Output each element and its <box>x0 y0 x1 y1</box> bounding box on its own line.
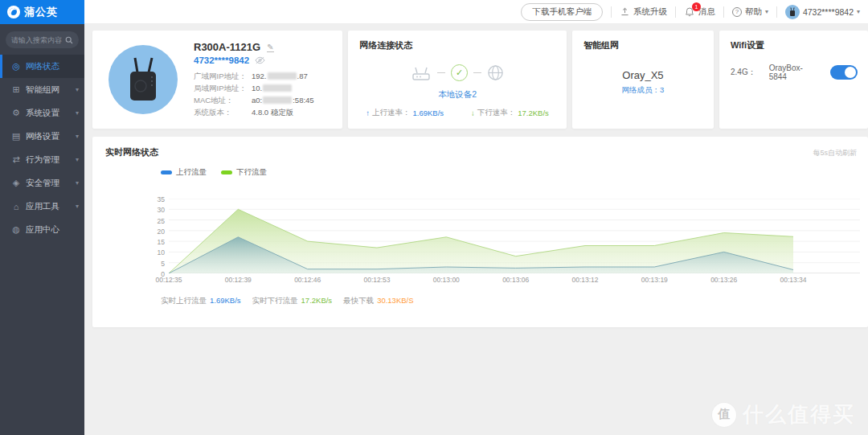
x-tick: 00:12:53 <box>363 276 390 284</box>
divider <box>776 6 777 18</box>
network-settings-icon: ▤ <box>11 131 21 142</box>
brand-logo: 蒲公英 <box>0 0 84 24</box>
account-menu[interactable]: 4732****9842 ▾ <box>785 5 860 19</box>
x-tick: 00:13:26 <box>710 276 737 284</box>
y-tick: 25 <box>141 217 165 225</box>
messages-button[interactable]: 1 消息 <box>684 6 715 18</box>
sidebar-item-behavior-mgmt[interactable]: ⇄ 行为管理 ▾ <box>0 148 84 171</box>
x-tick: 00:13:19 <box>641 276 668 284</box>
sidebar-item-app-center[interactable]: ◍ 应用中心 <box>0 218 84 241</box>
wifi-ssid: OrayBox-5844 <box>769 64 803 81</box>
chevron-down-icon: ▾ <box>76 133 79 140</box>
download-app-button[interactable]: 下载手机客户端 <box>521 3 603 21</box>
y-tick: 15 <box>141 238 165 246</box>
mesh-network-name: Oray_X5 <box>583 69 702 81</box>
router-icon <box>411 65 432 81</box>
legend-item: 上行流量 <box>161 167 207 178</box>
x-tick: 00:13:12 <box>571 276 598 284</box>
arrow-up-icon: ↑ <box>366 109 370 117</box>
sidebar-item-label: 安全管理 <box>26 178 59 189</box>
wifi-card-title: Wifi设置 <box>731 39 857 51</box>
app-tools-icon: ⌂ <box>11 202 21 211</box>
sidebar-item-label: 网络设置 <box>26 131 59 142</box>
x-tick: 00:13:00 <box>433 276 460 284</box>
divider <box>675 6 676 18</box>
sidebar-item-network-status[interactable]: ◎ 网络状态 <box>0 55 84 78</box>
sidebar-item-security-mgmt[interactable]: ◈ 安全管理 ▾ <box>0 171 84 195</box>
legend-swatch <box>161 170 172 174</box>
help-menu[interactable]: ? 帮助 ▾ <box>732 6 768 18</box>
redacted-value <box>263 96 292 104</box>
watermark: 值 什么值得买 <box>712 400 855 429</box>
auto-refresh-note: 每5s自动刷新 <box>813 148 857 158</box>
speed-row: ↑ 上行速率： 1.69KB/s ↓ 下行速率： 17.2KB/s <box>348 108 567 118</box>
sidebar-item-system-settings[interactable]: ⚙ 系统设置 ▾ <box>0 101 84 125</box>
edit-icon[interactable]: ✎ <box>267 43 273 52</box>
legend-item: 下行流量 <box>221 167 267 178</box>
message-count-badge: 1 <box>692 2 701 11</box>
device-detail-row: 系统版本： 4.8.0 稳定版 <box>194 106 314 118</box>
watermark-text: 什么值得买 <box>743 400 855 429</box>
upgrade-icon <box>620 6 630 17</box>
arrow-down-icon: ↓ <box>471 109 475 117</box>
connector-line <box>473 72 481 73</box>
chart-title: 实时网络状态 <box>105 146 158 158</box>
x-tick: 00:13:06 <box>502 276 529 284</box>
chevron-down-icon: ▾ <box>76 179 79 187</box>
eye-off-icon[interactable] <box>255 56 265 64</box>
mesh-members-link[interactable]: 网络成员：3 <box>583 85 702 96</box>
main-content: R300A-1121G ✎ 4732****9842 广域网IP地址： 192.… <box>84 24 868 435</box>
divider <box>611 6 612 18</box>
system-upgrade-button[interactable]: 系统升级 <box>620 6 667 18</box>
mesh-card-title: 智能组网 <box>583 39 702 51</box>
sidebar-item-smart-mesh[interactable]: ⊞ 智能组网 ▾ <box>0 78 84 101</box>
router-image-icon <box>125 56 162 103</box>
x-tick: 00:12:46 <box>294 276 321 284</box>
search-icon <box>65 36 73 44</box>
globe-icon <box>487 64 504 81</box>
device-model: R300A-1121G <box>194 41 260 53</box>
behavior-mgmt-icon: ⇄ <box>11 154 21 165</box>
chevron-down-icon: ▾ <box>76 156 79 163</box>
sidebar-search[interactable] <box>6 31 79 48</box>
y-tick: 30 <box>141 206 165 214</box>
device-card: R300A-1121G ✎ 4732****9842 广域网IP地址： 192.… <box>92 31 342 129</box>
brand-name: 蒲公英 <box>24 5 58 19</box>
wifi-toggle[interactable] <box>830 65 858 80</box>
device-info: R300A-1121G ✎ 4732****9842 广域网IP地址： 192.… <box>194 41 314 118</box>
connection-status-card: 网络连接状态 ✓ 本地设备2 ↑ 上行速率： 1.69KB/s ↓ 下行速率： … <box>348 31 567 129</box>
chevron-down-icon: ▾ <box>76 109 79 117</box>
security-mgmt-icon: ◈ <box>11 178 21 188</box>
search-input[interactable] <box>11 36 65 44</box>
device-detail-row: 广域网IP地址： 192..87 <box>194 70 314 82</box>
wifi-band-label: 2.4G： <box>731 67 756 78</box>
sidebar-item-app-tools[interactable]: ⌂ 应用工具 ▾ <box>0 195 84 218</box>
topbar: 下载手机客户端 系统升级 1 消息 ? 帮助 ▾ 4732****9842 ▾ <box>84 0 868 24</box>
network-status-icon: ◎ <box>11 61 21 72</box>
sidebar: 蒲公英 ◎ 网络状态 ⊞ 智能组网 ▾ ⚙ 系统设置 ▾ ▤ 网络设置 ▾ ⇄ … <box>0 0 84 435</box>
sidebar-item-network-settings[interactable]: ▤ 网络设置 ▾ <box>0 125 84 148</box>
local-devices-link[interactable]: 本地设备2 <box>359 89 555 101</box>
device-sn: 4732****9842 <box>194 55 249 65</box>
account-label: 4732****9842 <box>803 7 854 17</box>
chart-stat: 最快下载 30.13KB/S <box>343 296 413 306</box>
smart-mesh-icon: ⊞ <box>11 84 21 95</box>
y-tick: 20 <box>141 228 165 236</box>
download-rate: ↓ 下行速率： 17.2KB/s <box>471 108 549 118</box>
redacted-value <box>263 84 292 92</box>
x-tick: 00:12:35 <box>155 276 182 284</box>
area-chart <box>169 199 860 273</box>
smart-mesh-card: 智能组网 Oray_X5 网络成员：3 <box>572 31 714 129</box>
help-icon: ? <box>732 7 742 17</box>
device-image <box>108 45 178 114</box>
system-upgrade-label: 系统升级 <box>633 6 667 18</box>
legend-swatch <box>221 170 232 174</box>
mesh-members-label: 网络成员： <box>622 85 661 94</box>
connection-diagram: ✓ <box>359 64 555 81</box>
router-avatar-icon <box>788 7 796 17</box>
chart-legend: 上行流量 下行流量 <box>161 167 267 178</box>
x-tick: 00:12:39 <box>225 276 252 284</box>
upload-rate-label: 上行速率： <box>372 108 411 118</box>
sidebar-menu: ◎ 网络状态 ⊞ 智能组网 ▾ ⚙ 系统设置 ▾ ▤ 网络设置 ▾ ⇄ 行为管理… <box>0 55 84 241</box>
mesh-members-count: 3 <box>660 85 664 94</box>
